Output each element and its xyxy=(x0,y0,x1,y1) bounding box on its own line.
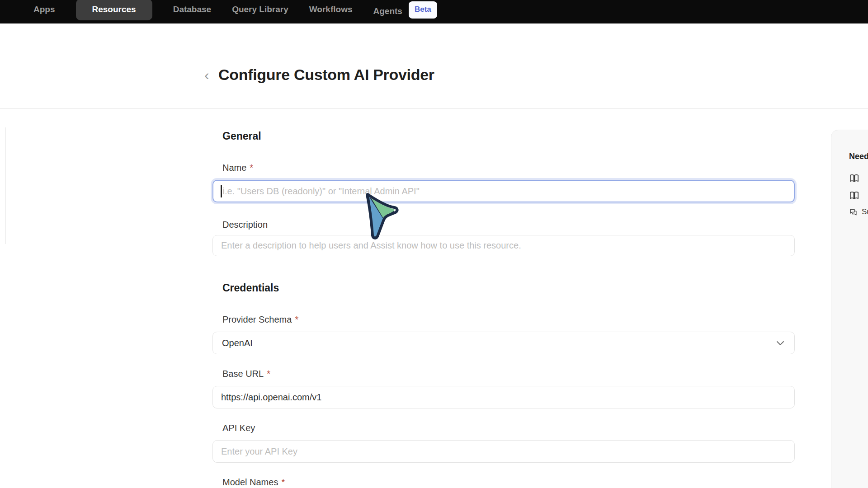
model-names-required-asterisk: * xyxy=(281,477,285,487)
base-url-field-label: Base URL* xyxy=(222,369,270,379)
description-label-text: Description xyxy=(222,220,268,230)
help-link-label: Support xyxy=(862,207,868,216)
model-names-field-label: Model Names* xyxy=(222,477,285,488)
chat-icon xyxy=(849,208,858,216)
section-heading-credentials: Credentials xyxy=(222,282,279,294)
chevron-down-icon xyxy=(775,338,785,348)
provider-schema-required-asterisk: * xyxy=(295,314,298,324)
help-link-tutorials[interactable] xyxy=(849,190,868,201)
nav-tab-agents[interactable]: Agents Beta xyxy=(373,3,437,20)
name-input-placeholder: i.e. "Users DB (readonly)" or "Internal … xyxy=(223,186,420,197)
description-input[interactable] xyxy=(212,235,795,256)
name-field-label: Name* xyxy=(222,163,253,173)
name-required-asterisk: * xyxy=(250,163,253,173)
provider-schema-label-text: Provider Schema xyxy=(222,314,292,324)
help-panel: Need help? Support xyxy=(831,130,868,488)
base-url-input[interactable] xyxy=(212,386,795,408)
nav-tab-apps[interactable]: Apps xyxy=(33,3,55,16)
provider-schema-select[interactable]: OpenAI xyxy=(212,332,795,354)
description-field-label: Description xyxy=(222,220,268,230)
model-names-label-text: Model Names xyxy=(222,477,278,487)
book-icon xyxy=(849,190,859,201)
nav-tab-resources[interactable]: Resources xyxy=(76,0,152,20)
section-heading-general: General xyxy=(222,130,261,142)
nav-tab-agents-label: Agents xyxy=(373,5,402,18)
api-key-input[interactable] xyxy=(212,440,795,463)
api-key-label-text: API Key xyxy=(222,423,255,433)
provider-schema-selected-value: OpenAI xyxy=(222,338,253,348)
nav-tab-workflows[interactable]: Workflows xyxy=(309,3,353,16)
text-caret xyxy=(221,185,222,197)
name-label-text: Name xyxy=(222,163,246,173)
header-divider xyxy=(0,108,868,109)
nav-tab-query-library[interactable]: Query Library xyxy=(232,3,288,16)
provider-schema-field-label: Provider Schema* xyxy=(222,314,298,325)
beta-badge: Beta xyxy=(409,1,437,19)
help-panel-heading: Need help? xyxy=(849,152,868,161)
base-url-label-text: Base URL xyxy=(222,369,264,379)
help-link-support[interactable]: Support xyxy=(849,207,868,216)
api-key-field-label: API Key xyxy=(222,423,255,433)
help-link-docs[interactable] xyxy=(849,173,868,183)
page-title: Configure Custom AI Provider xyxy=(218,66,434,84)
back-chevron-icon[interactable]: ‹ xyxy=(204,68,209,82)
nav-tab-database[interactable]: Database xyxy=(173,3,212,16)
left-edge-divider xyxy=(5,127,6,244)
name-input[interactable]: i.e. "Users DB (readonly)" or "Internal … xyxy=(212,180,795,202)
base-url-required-asterisk: * xyxy=(267,369,270,379)
book-icon xyxy=(849,173,859,183)
top-navbar: Apps Resources Database Query Library Wo… xyxy=(0,0,868,23)
